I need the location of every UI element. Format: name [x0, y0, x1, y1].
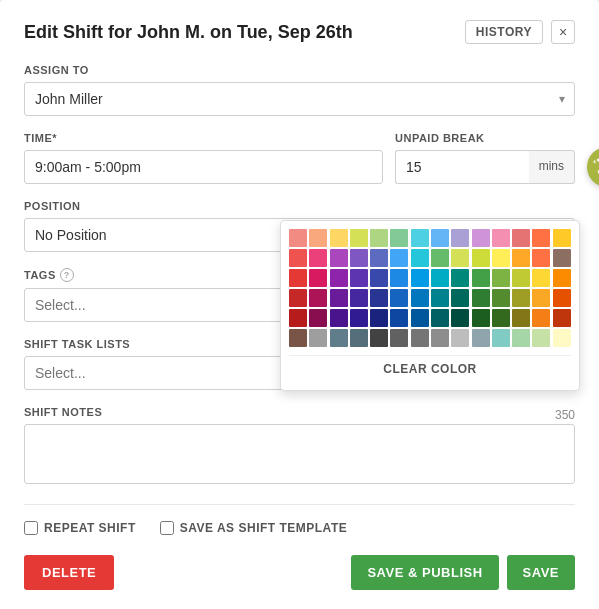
color-swatch[interactable] [411, 309, 429, 327]
repeat-shift-label[interactable]: REPEAT SHIFT [24, 521, 136, 535]
color-swatch[interactable] [370, 229, 388, 247]
color-swatch[interactable] [350, 289, 368, 307]
color-swatch[interactable] [370, 329, 388, 347]
tags-help-icon[interactable]: ? [60, 268, 74, 282]
color-swatch[interactable] [350, 229, 368, 247]
color-swatch[interactable] [532, 269, 550, 287]
color-swatch[interactable] [370, 269, 388, 287]
color-swatch[interactable] [431, 289, 449, 307]
color-swatch[interactable] [411, 229, 429, 247]
color-swatch[interactable] [451, 309, 469, 327]
color-swatch[interactable] [553, 249, 571, 267]
color-swatch[interactable] [390, 329, 408, 347]
save-template-label[interactable]: SAVE AS SHIFT TEMPLATE [160, 521, 347, 535]
color-swatch[interactable] [289, 249, 307, 267]
color-swatch[interactable] [512, 309, 530, 327]
color-swatch[interactable] [451, 269, 469, 287]
color-swatch[interactable] [451, 229, 469, 247]
color-swatch[interactable] [532, 249, 550, 267]
color-swatch[interactable] [330, 249, 348, 267]
time-input[interactable] [24, 150, 383, 184]
color-swatch[interactable] [350, 329, 368, 347]
color-swatch[interactable] [472, 229, 490, 247]
color-swatch[interactable] [512, 249, 530, 267]
color-swatch[interactable] [492, 329, 510, 347]
color-swatch[interactable] [553, 229, 571, 247]
color-swatch[interactable] [330, 229, 348, 247]
color-swatch[interactable] [309, 229, 327, 247]
color-picker-button[interactable]: ♦ [587, 147, 599, 187]
color-swatch[interactable] [492, 249, 510, 267]
color-swatch[interactable] [309, 269, 327, 287]
color-swatch[interactable] [472, 249, 490, 267]
color-swatch[interactable] [532, 229, 550, 247]
color-swatch[interactable] [350, 269, 368, 287]
color-swatch[interactable] [431, 269, 449, 287]
repeat-shift-checkbox[interactable] [24, 521, 38, 535]
close-button[interactable]: × [551, 20, 575, 44]
color-swatch[interactable] [553, 309, 571, 327]
save-template-checkbox[interactable] [160, 521, 174, 535]
color-swatch[interactable] [472, 329, 490, 347]
color-swatch[interactable] [431, 249, 449, 267]
color-swatch[interactable] [472, 289, 490, 307]
color-swatch[interactable] [532, 289, 550, 307]
color-swatch[interactable] [411, 329, 429, 347]
break-input[interactable] [395, 150, 529, 184]
color-swatch[interactable] [472, 309, 490, 327]
color-swatch[interactable] [532, 329, 550, 347]
color-swatch[interactable] [390, 229, 408, 247]
clear-color-button[interactable]: CLEAR COLOR [289, 355, 571, 382]
color-swatch[interactable] [431, 329, 449, 347]
color-swatch[interactable] [553, 269, 571, 287]
color-swatch[interactable] [330, 309, 348, 327]
color-swatch[interactable] [431, 229, 449, 247]
color-swatch[interactable] [411, 249, 429, 267]
color-swatch[interactable] [289, 269, 307, 287]
color-swatch[interactable] [492, 289, 510, 307]
color-swatch[interactable] [390, 269, 408, 287]
color-swatch[interactable] [350, 309, 368, 327]
color-swatch[interactable] [330, 289, 348, 307]
save-publish-button[interactable]: SAVE & PUBLISH [351, 555, 498, 590]
color-swatch[interactable] [390, 309, 408, 327]
history-button[interactable]: HISTORY [465, 20, 543, 44]
color-swatch[interactable] [553, 289, 571, 307]
color-swatch[interactable] [451, 289, 469, 307]
color-swatch[interactable] [309, 249, 327, 267]
color-swatch[interactable] [350, 249, 368, 267]
color-swatch[interactable] [309, 289, 327, 307]
color-swatch[interactable] [492, 229, 510, 247]
color-swatch[interactable] [370, 309, 388, 327]
color-swatch[interactable] [330, 329, 348, 347]
color-swatch[interactable] [330, 269, 348, 287]
color-swatch[interactable] [472, 269, 490, 287]
shift-notes-textarea[interactable] [24, 424, 575, 484]
color-swatch[interactable] [451, 249, 469, 267]
color-swatch[interactable] [492, 309, 510, 327]
color-swatch[interactable] [411, 269, 429, 287]
save-button[interactable]: SAVE [507, 555, 575, 590]
color-swatch[interactable] [289, 229, 307, 247]
color-swatch[interactable] [512, 269, 530, 287]
color-swatch[interactable] [370, 249, 388, 267]
color-swatch[interactable] [512, 229, 530, 247]
color-swatch[interactable] [411, 289, 429, 307]
color-swatch[interactable] [553, 329, 571, 347]
color-swatch[interactable] [451, 329, 469, 347]
color-swatch[interactable] [532, 309, 550, 327]
color-swatch[interactable] [390, 249, 408, 267]
color-swatch[interactable] [512, 289, 530, 307]
color-swatch[interactable] [289, 329, 307, 347]
color-swatch[interactable] [289, 289, 307, 307]
assign-to-input[interactable] [24, 82, 575, 116]
color-swatch[interactable] [370, 289, 388, 307]
color-swatch[interactable] [309, 309, 327, 327]
color-swatch[interactable] [492, 269, 510, 287]
delete-button[interactable]: DELETE [24, 555, 114, 590]
color-swatch[interactable] [512, 329, 530, 347]
color-swatch[interactable] [289, 309, 307, 327]
color-swatch[interactable] [390, 289, 408, 307]
color-swatch[interactable] [309, 329, 327, 347]
color-swatch[interactable] [431, 309, 449, 327]
